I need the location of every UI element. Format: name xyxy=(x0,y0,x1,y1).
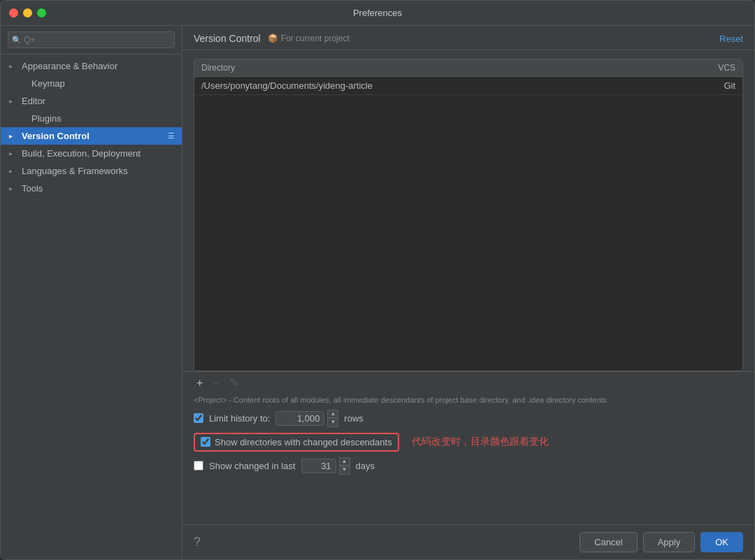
dialog-title: Preferences xyxy=(353,8,402,18)
sidebar-item-label: Tools xyxy=(22,183,175,194)
search-icon: 🔍 xyxy=(12,36,22,45)
show-changed-checkbox[interactable] xyxy=(194,461,203,471)
stepper-down-button[interactable]: ▼ xyxy=(339,466,350,474)
sidebar-item-version-control[interactable]: ▸ Version Control ☰ xyxy=(1,127,182,145)
sidebar-item-plugins[interactable]: Plugins xyxy=(1,110,182,127)
add-button[interactable]: + xyxy=(194,376,206,390)
show-changed-stepper: ▲ ▼ xyxy=(339,457,350,475)
sidebar-item-label: Editor xyxy=(22,96,175,106)
sidebar-navigation: ▸ Appearance & Behavior Keymap ▸ Editor … xyxy=(1,55,182,559)
sidebar-item-label: Keymap xyxy=(31,78,175,89)
sidebar-item-appearance[interactable]: ▸ Appearance & Behavior xyxy=(1,57,182,75)
column-header-vcs: VCS xyxy=(686,59,742,76)
chevron-right-icon: ▸ xyxy=(9,62,19,70)
show-dirs-label[interactable]: Show directories with changed descendant… xyxy=(215,437,392,447)
minimize-button[interactable] xyxy=(23,8,32,17)
annotation-text: 代码改变时，目录颜色跟着变化 xyxy=(412,436,549,448)
show-changed-input[interactable] xyxy=(301,459,336,473)
limit-history-checkbox[interactable] xyxy=(194,413,203,423)
vcs-table: Directory VCS /Users/ponytang/Documents/… xyxy=(194,59,743,371)
sidebar-item-languages[interactable]: ▸ Languages & Frameworks xyxy=(1,162,182,180)
sidebar-item-build[interactable]: ▸ Build, Execution, Deployment xyxy=(1,145,182,162)
chevron-right-icon: ▸ xyxy=(9,167,19,175)
close-button[interactable] xyxy=(9,8,18,17)
search-wrap: 🔍 xyxy=(8,31,175,48)
directory-cell: /Users/ponytang/Documents/yideng-article xyxy=(201,80,680,91)
sidebar-item-label: Plugins xyxy=(31,113,175,124)
table-toolbar: + − ✎ xyxy=(182,371,754,394)
hint-text: <Project> - Content roots of all modules… xyxy=(182,394,754,410)
limit-history-input-wrap: ▲ ▼ xyxy=(275,410,338,427)
main-content: 🔍 ▸ Appearance & Behavior Keymap ▸ Edito… xyxy=(1,26,754,559)
content-body: Directory VCS /Users/ponytang/Documents/… xyxy=(182,50,754,524)
options-area: Limit history to: ▲ ▼ rows xyxy=(182,410,754,480)
chevron-right-icon: ▸ xyxy=(9,150,19,157)
stepper-up-button[interactable]: ▲ xyxy=(327,410,338,418)
search-box: 🔍 xyxy=(1,26,182,55)
sidebar-item-label: Build, Execution, Deployment xyxy=(22,148,175,159)
show-changed-label[interactable]: Show changed in last xyxy=(209,461,296,471)
sidebar-item-label: Languages & Frameworks xyxy=(22,166,175,176)
column-header-directory: Directory xyxy=(194,59,686,76)
settings-icon: ☰ xyxy=(168,131,175,141)
stepper-up-button[interactable]: ▲ xyxy=(339,457,350,466)
sidebar-item-editor[interactable]: ▸ Editor xyxy=(1,92,182,110)
chevron-right-icon: ▸ xyxy=(9,97,19,105)
stepper-down-button[interactable]: ▼ xyxy=(327,418,338,426)
limit-history-option: Limit history to: ▲ ▼ rows xyxy=(194,410,743,427)
apply-button[interactable]: Apply xyxy=(643,532,696,552)
project-icon: 📦 xyxy=(268,34,278,43)
edit-button[interactable]: ✎ xyxy=(226,376,241,390)
preferences-dialog: Preferences 🔍 ▸ Appearance & Behavior Ke… xyxy=(0,0,755,560)
sidebar-item-label: Version Control xyxy=(22,131,168,141)
content-header-left: Version Control 📦 For current project xyxy=(194,33,350,44)
sidebar: 🔍 ▸ Appearance & Behavior Keymap ▸ Edito… xyxy=(1,26,182,559)
reset-button[interactable]: Reset xyxy=(719,34,743,44)
footer-actions: Cancel Apply OK xyxy=(580,532,743,552)
content-title: Version Control xyxy=(194,33,261,44)
chevron-right-icon: ▸ xyxy=(9,185,19,192)
limit-history-label[interactable]: Limit history to: xyxy=(209,413,270,424)
show-changed-suffix: days xyxy=(356,461,375,471)
sidebar-item-tools[interactable]: ▸ Tools xyxy=(1,180,182,197)
ok-button[interactable]: OK xyxy=(700,532,743,552)
stepper-buttons: ▲ ▼ xyxy=(327,410,338,427)
cancel-button[interactable]: Cancel xyxy=(580,532,637,552)
search-input[interactable] xyxy=(8,31,175,48)
table-row[interactable]: /Users/ponytang/Documents/yideng-article… xyxy=(194,77,742,95)
chevron-right-icon: ▸ xyxy=(9,132,19,140)
show-changed-input-wrap: ▲ ▼ xyxy=(301,457,350,475)
table-header: Directory VCS xyxy=(194,59,742,77)
content-subtitle: 📦 For current project xyxy=(268,34,350,43)
remove-button[interactable]: − xyxy=(210,376,222,390)
sidebar-item-label: Appearance & Behavior xyxy=(22,61,175,71)
subtitle-text: For current project xyxy=(281,34,350,43)
help-button[interactable]: ? xyxy=(194,535,201,550)
footer: ? Cancel Apply OK xyxy=(182,524,754,559)
content-area: Version Control 📦 For current project Re… xyxy=(182,26,754,559)
vcs-cell: Git xyxy=(680,80,735,91)
limit-history-suffix: rows xyxy=(344,413,363,424)
show-dirs-checkbox[interactable] xyxy=(201,437,210,447)
show-dirs-highlighted: Show directories with changed descendant… xyxy=(194,433,399,452)
show-changed-option: Show changed in last ▲ ▼ days xyxy=(194,457,743,475)
content-header: Version Control 📦 For current project Re… xyxy=(182,26,754,50)
limit-history-input[interactable] xyxy=(275,411,324,426)
show-dirs-option-row: Show directories with changed descendant… xyxy=(194,433,743,452)
maximize-button[interactable] xyxy=(37,8,46,17)
titlebar: Preferences xyxy=(1,1,754,26)
sidebar-item-keymap[interactable]: Keymap xyxy=(1,75,182,92)
window-controls xyxy=(9,8,46,17)
table-body: /Users/ponytang/Documents/yideng-article… xyxy=(194,77,742,371)
